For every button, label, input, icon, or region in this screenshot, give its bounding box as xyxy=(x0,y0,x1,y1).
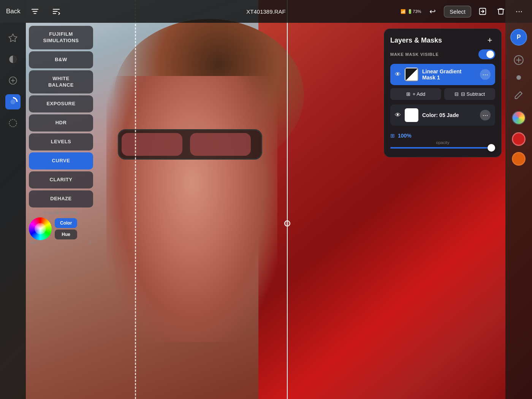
exposure-button[interactable]: EXPOSURE xyxy=(29,95,93,112)
color-palette-wheel xyxy=(512,111,526,125)
orange-color-dot[interactable] xyxy=(512,152,526,166)
opacity-section: ⊞ 100% opacity xyxy=(390,130,495,151)
split-handle[interactable] xyxy=(284,220,290,226)
opacity-icon: ⊞ xyxy=(390,133,395,139)
opacity-slider[interactable] xyxy=(390,147,495,149)
lens-left xyxy=(122,133,182,156)
layers-title: Layers & Masks xyxy=(390,36,442,44)
layers-panel: Layers & Masks + MAKE MASK VISIBLE 👁 Lin… xyxy=(384,28,502,157)
right-panel: P xyxy=(505,23,532,399)
hue-button[interactable]: Hue xyxy=(55,230,77,239)
add-mask-button[interactable]: ⊞ + Add xyxy=(390,88,441,100)
color-editor-label: COLOR EDITOR xyxy=(29,211,93,215)
fujifilm-simulations-button[interactable]: FUJIFILM SIMULATIONS xyxy=(29,26,93,49)
circle-half-icon[interactable] xyxy=(5,52,21,67)
opacity-label: opacity xyxy=(390,140,495,145)
color-wheel-icon[interactable] xyxy=(5,94,21,109)
hdr-button[interactable]: HDR xyxy=(29,114,93,131)
white-balance-button[interactable]: WHITE BALANCE xyxy=(29,70,93,94)
back-button[interactable]: Back xyxy=(6,8,21,15)
status-icons: 📶 🔋73% xyxy=(401,9,421,14)
layers-header: Layers & Masks + xyxy=(390,35,495,46)
lens-right xyxy=(190,133,251,156)
svg-point-5 xyxy=(9,119,17,127)
color-layer-item[interactable]: 👁 Color: 05 Jade ··· xyxy=(390,104,495,126)
add-label: + Add xyxy=(413,91,426,97)
face-area xyxy=(106,76,277,342)
add-subtract-row: ⊞ + Add ⊟ ⊟ Subtract xyxy=(390,88,495,100)
palette-icon[interactable] xyxy=(510,109,527,126)
make-mask-toggle[interactable] xyxy=(478,49,495,59)
share-icon[interactable] xyxy=(476,5,489,18)
layer-name-label: Linear Gradient Mask 1 xyxy=(422,68,476,81)
color-layer-thumbnail xyxy=(405,108,418,122)
split-line[interactable] xyxy=(287,0,288,399)
hue-row: Hue 0 xyxy=(29,240,93,245)
more-options-icon[interactable]: ··· xyxy=(512,5,526,18)
color-wheel[interactable] xyxy=(29,217,52,240)
subtract-label: ⊟ Subtract xyxy=(461,91,485,97)
adjustments-icon[interactable] xyxy=(510,52,527,68)
pen-icon[interactable] xyxy=(510,87,527,103)
make-mask-label: MAKE MASK VISIBLE xyxy=(390,52,439,57)
color-button[interactable]: Color xyxy=(55,218,77,228)
red-color-dot[interactable] xyxy=(512,132,526,146)
add-layer-button[interactable]: + xyxy=(484,35,495,46)
add-icon: ⊞ xyxy=(406,91,410,97)
color-layer-name-label: Color: 05 Jade xyxy=(422,112,476,118)
layer-thumbnail xyxy=(405,68,418,81)
color-layer-more-button[interactable]: ··· xyxy=(480,110,491,120)
opacity-slider-fill xyxy=(390,147,492,149)
clarity-button[interactable]: CLARITY xyxy=(29,171,93,188)
undo-button[interactable]: ↩ xyxy=(426,5,439,18)
filter-icon[interactable] xyxy=(28,5,42,18)
star-icon[interactable] xyxy=(5,30,21,46)
adjust-icon[interactable] xyxy=(5,73,21,88)
top-bar: Back XT401389.RAF 📶 🔋73% ↩ Select xyxy=(0,0,532,23)
color-editor-section: COLOR EDITOR Color Hue Hue 0 xyxy=(29,211,93,245)
make-mask-row: MAKE MASK VISIBLE xyxy=(390,49,495,59)
color-wheel-container: Color Hue xyxy=(29,217,93,240)
levels-button[interactable]: LEVELS xyxy=(29,133,93,150)
subtract-icon: ⊟ xyxy=(454,91,459,97)
select-button[interactable]: Select xyxy=(444,6,471,17)
opacity-value: 100% xyxy=(398,133,412,139)
trash-icon[interactable] xyxy=(494,5,508,18)
top-bar-right: 📶 🔋73% ↩ Select ··· xyxy=(401,5,526,18)
tools-area: FUJIFILM SIMULATIONS B&W WHITE BALANCE E… xyxy=(26,23,96,399)
sort-icon[interactable] xyxy=(49,5,63,18)
dashed-guide-line xyxy=(135,0,136,399)
layer-more-button[interactable]: ··· xyxy=(480,69,491,80)
hue-value: 0 xyxy=(89,240,92,245)
icon-rail xyxy=(0,23,26,399)
svg-point-4 xyxy=(11,100,16,104)
dehaze-button[interactable]: DEHAZE xyxy=(29,190,93,207)
gradient-layer-item[interactable]: 👁 Linear Gradient Mask 1 ··· xyxy=(390,64,495,85)
color-layer-eye-icon[interactable]: 👁 xyxy=(395,112,401,119)
small-dot-1 xyxy=(516,75,521,80)
dots-icon[interactable] xyxy=(5,116,21,131)
filename-label: XT401389.RAF xyxy=(246,8,285,15)
color-btn-group: Color Hue xyxy=(55,218,77,239)
curve-button[interactable]: CURVE xyxy=(29,152,93,169)
layer-eye-icon[interactable]: 👁 xyxy=(395,71,401,78)
hue-label: Hue xyxy=(30,240,38,245)
opacity-top: ⊞ 100% xyxy=(390,133,495,139)
bw-button[interactable]: B&W xyxy=(29,51,93,68)
opacity-slider-thumb[interactable] xyxy=(488,144,495,152)
top-bar-left: Back xyxy=(6,5,63,18)
profile-avatar[interactable]: P xyxy=(510,29,527,46)
subtract-mask-button[interactable]: ⊟ ⊟ Subtract xyxy=(444,88,495,100)
